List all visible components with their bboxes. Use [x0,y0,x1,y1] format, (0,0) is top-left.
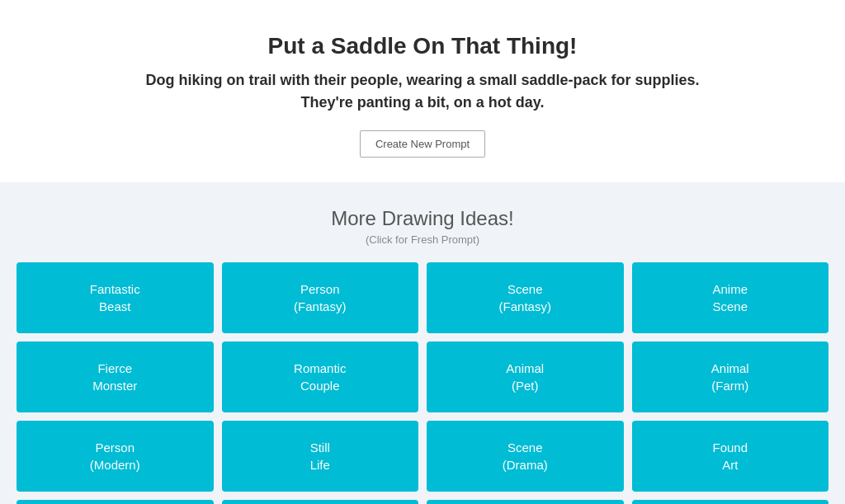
hero-subtitle-line2: They're panting a bit, on a hot day. [301,94,545,111]
hero-subtitle-line1: Dog hiking on trail with their people, w… [145,72,699,88]
hero-title: Put a Saddle On That Thing! [17,33,828,59]
drawing-idea-card[interactable]: Scene(History) [427,500,624,504]
drawing-ideas-section: More Drawing Ideas! (Click for Fresh Pro… [0,182,845,504]
drawing-idea-card[interactable]: Thing(Vehicle) [632,500,829,504]
drawing-idea-card[interactable]: Animal(Pet) [427,341,624,412]
hero-subtitle: Dog hiking on trail with their people, w… [17,69,828,114]
drawing-idea-card[interactable]: Person(Fantasy) [222,262,419,333]
drawing-idea-card[interactable]: Animal(Farm) [632,341,829,412]
drawing-idea-card[interactable]: FoundArt [632,421,829,492]
drawing-idea-card[interactable]: FantasticBeast [17,262,214,333]
drawing-ideas-subtitle: (Click for Fresh Prompt) [17,233,828,246]
drawing-idea-card[interactable]: InstagramPosers [17,500,214,504]
create-new-prompt-button[interactable]: Create New Prompt [360,130,485,158]
drawing-idea-card[interactable]: RomanticCouple [222,341,419,412]
drawing-idea-card[interactable]: Person(History) [222,500,419,504]
hero-section: Put a Saddle On That Thing! Dog hiking o… [0,0,845,182]
drawing-idea-card[interactable]: Person(Modern) [17,421,214,492]
drawing-idea-card[interactable]: StillLife [222,421,419,492]
drawing-ideas-title: More Drawing Ideas! [17,207,828,230]
drawing-idea-card[interactable]: Scene(Fantasy) [427,262,624,333]
drawing-idea-card[interactable]: FierceMonster [17,341,214,412]
drawing-ideas-grid: FantasticBeastPerson(Fantasy)Scene(Fanta… [17,262,828,504]
drawing-idea-card[interactable]: AnimeScene [632,262,829,333]
drawing-idea-card[interactable]: Scene(Drama) [427,421,624,492]
